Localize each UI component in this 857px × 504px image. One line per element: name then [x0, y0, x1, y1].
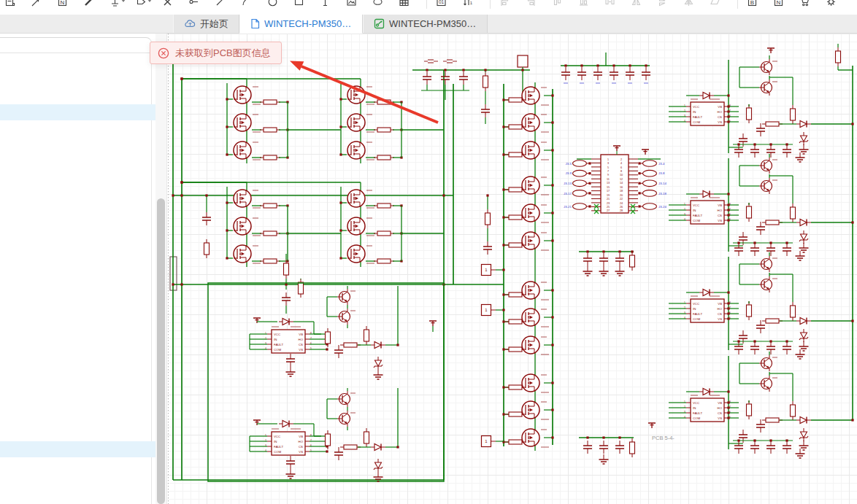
flip-horizontal-icon[interactable]: [631, 0, 642, 9]
error-toast: 未获取到PCB图页信息: [150, 42, 282, 64]
back-annotate-icon[interactable]: 1: [462, 0, 474, 9]
list-item-highlight-1[interactable]: [0, 104, 155, 120]
panel-scrollbar-thumb[interactable]: [157, 198, 165, 504]
svg-text:20: 20: [620, 194, 623, 197]
svg-text:27: 27: [607, 209, 610, 212]
no-connect-icon[interactable]: [162, 0, 174, 9]
svg-text:19: 19: [607, 194, 610, 197]
tab-label: WINTECH-PM350-4...: [389, 18, 477, 29]
distribute-horizontal-icon[interactable]: [604, 0, 616, 9]
svg-text:J3-9: J3-9: [565, 171, 572, 175]
line-icon[interactable]: [215, 0, 226, 9]
align-top-icon[interactable]: [552, 0, 564, 9]
svg-text:IN: IN: [693, 406, 696, 410]
svg-text:6: 6: [620, 166, 622, 169]
image-icon[interactable]: [346, 0, 358, 9]
svg-text:VB: VB: [299, 435, 303, 438]
ellipse-icon[interactable]: [372, 0, 384, 9]
error-toast-message: 未获取到PCB图页信息: [175, 47, 271, 60]
svg-text:IN: IN: [693, 209, 696, 212]
align-bottom-icon[interactable]: [578, 0, 590, 9]
svg-text:PCB 5-4-: PCB 5-4-: [652, 435, 675, 441]
table-icon[interactable]: [399, 0, 410, 9]
settings-icon[interactable]: [826, 0, 837, 9]
svg-text:VCC: VCC: [693, 203, 699, 207]
svg-text:N: N: [61, 0, 65, 6]
align-left-icon[interactable]: [499, 0, 511, 9]
svg-text:VCC: VCC: [274, 435, 280, 438]
svg-text:22: 22: [620, 198, 623, 201]
main-toolbar: N011BN: [0, 0, 857, 15]
tab-document-2[interactable]: WINTECH-PM350-4...: [363, 15, 488, 33]
bus-icon[interactable]: [83, 0, 95, 9]
pin-icon[interactable]: [188, 0, 200, 9]
net-flag-icon[interactable]: [136, 0, 147, 9]
svg-text:1: 1: [470, 1, 473, 5]
svg-text:3: 3: [607, 162, 609, 165]
svg-text:J3-18: J3-18: [658, 192, 667, 195]
svg-text:14: 14: [620, 182, 623, 185]
svg-text:13: 13: [607, 182, 610, 185]
svg-text:12: 12: [620, 178, 623, 181]
probe-icon[interactable]: [31, 0, 42, 9]
svg-text:CS: CS: [299, 445, 303, 449]
svg-text:J3-5: J3-5: [565, 162, 572, 166]
svg-text:26: 26: [620, 206, 623, 209]
svg-text:8: 8: [620, 170, 622, 173]
arc-icon[interactable]: [241, 0, 253, 9]
svg-text:VB: VB: [718, 203, 722, 207]
list-item-highlight-2[interactable]: [0, 441, 155, 457]
rect-icon[interactable]: [293, 0, 305, 9]
svg-text:J3-21: J3-21: [564, 205, 572, 209]
svg-text:CS: CS: [718, 115, 722, 119]
chevron-down-icon[interactable]: [147, 0, 152, 2]
svg-text:CS: CS: [718, 411, 722, 415]
schematic-drawing: 1234567891011121314151617181920212223242…: [166, 34, 857, 504]
svg-text:VB: VB: [299, 333, 303, 336]
svg-text:VS: VS: [718, 317, 722, 321]
circle-icon[interactable]: [267, 0, 279, 9]
bom-icon[interactable]: B: [747, 0, 758, 9]
svg-text:J3-4: J3-4: [658, 162, 665, 166]
cart-icon[interactable]: [799, 0, 811, 9]
svg-text:HO: HO: [718, 209, 723, 212]
svg-text:HO: HO: [299, 440, 304, 443]
svg-text:HO: HO: [299, 338, 304, 341]
svg-text:15: 15: [607, 186, 610, 189]
tab-start-page[interactable]: 开始页: [173, 15, 239, 33]
flip-vertical-icon[interactable]: [657, 0, 669, 9]
svg-text:IN: IN: [274, 440, 277, 443]
svg-text:B: B: [750, 0, 754, 6]
tab-document-1[interactable]: WINTECH-PM350-4...: [239, 15, 363, 34]
svg-text:VS: VS: [299, 450, 303, 454]
svg-text:25: 25: [607, 206, 610, 209]
annotate-icon[interactable]: 01: [436, 0, 447, 9]
skew-icon[interactable]: [710, 0, 721, 9]
schematic-canvas[interactable]: 1234567891011121314151617181920212223242…: [166, 34, 857, 504]
netlist-icon[interactable]: N: [773, 0, 785, 9]
svg-text:VS: VS: [718, 120, 722, 124]
svg-text:IN: IN: [274, 338, 277, 341]
panel-scrollbar[interactable]: [155, 34, 166, 504]
svg-text:VB: VB: [718, 401, 722, 405]
tab-label: WINTECH-PM350-4...: [264, 18, 352, 29]
align-right-icon[interactable]: [526, 0, 537, 9]
svg-text:J3-24: J3-24: [658, 205, 667, 209]
net-label-icon[interactable]: N: [57, 0, 69, 9]
notebook-icon[interactable]: [4, 0, 16, 9]
svg-text:VCC: VCC: [693, 401, 699, 405]
svg-text:CS: CS: [718, 312, 722, 316]
text-icon[interactable]: [320, 0, 331, 9]
svg-text:10: 10: [620, 174, 623, 177]
svg-text:2: 2: [620, 158, 622, 161]
mirror-icon[interactable]: [683, 0, 695, 9]
svg-text:HO: HO: [718, 406, 723, 410]
svg-text:N: N: [777, 0, 781, 6]
svg-text:23: 23: [607, 202, 610, 205]
svg-text:VB: VB: [718, 105, 722, 109]
toolbar-separator: [490, 0, 491, 9]
svg-text:VS: VS: [299, 348, 303, 352]
svg-text:01: 01: [439, 0, 445, 4]
net-port-icon[interactable]: [109, 0, 121, 9]
chevron-down-icon[interactable]: [121, 0, 126, 2]
